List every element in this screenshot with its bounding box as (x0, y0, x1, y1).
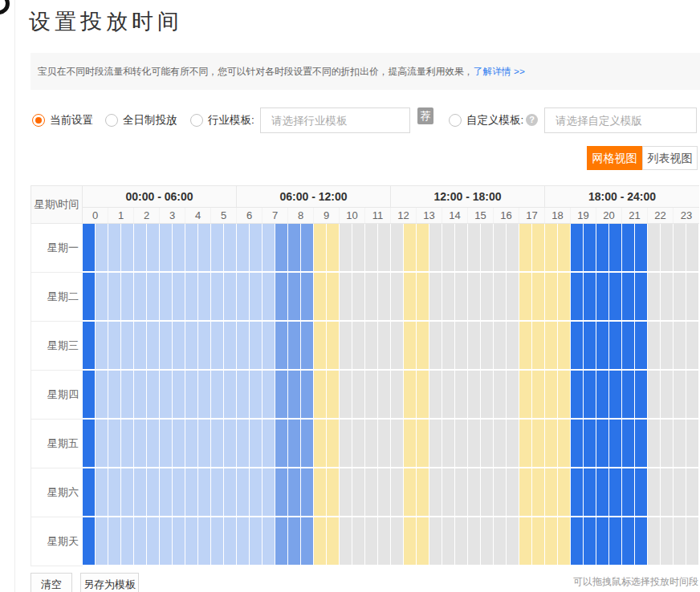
time-slot-cell[interactable] (224, 322, 237, 371)
time-slot-cell[interactable] (340, 468, 352, 517)
time-slot-cell[interactable] (661, 322, 674, 371)
time-slot-cell[interactable] (519, 468, 532, 517)
time-slot-cell[interactable] (352, 273, 365, 322)
time-slot-cell[interactable] (596, 322, 609, 371)
radio-icon-custom[interactable] (449, 114, 462, 127)
time-slot-cell[interactable] (635, 371, 648, 420)
time-slot-cell[interactable] (519, 420, 532, 468)
time-slot-cell[interactable] (134, 273, 147, 322)
time-slot-cell[interactable] (365, 273, 378, 322)
time-slot-cell[interactable] (250, 322, 262, 371)
time-slot-cell[interactable] (275, 322, 288, 371)
time-slot-cell[interactable] (571, 322, 584, 371)
time-slot-cell[interactable] (211, 371, 224, 420)
time-slot-cell[interactable] (417, 273, 429, 322)
time-slot-cell[interactable] (661, 420, 674, 468)
time-slot-cell[interactable] (198, 273, 211, 322)
time-slot-cell[interactable] (237, 468, 250, 517)
time-slot-cell[interactable] (558, 517, 571, 566)
time-slot-cell[interactable] (571, 371, 584, 420)
time-slot-cell[interactable] (519, 322, 532, 371)
time-slot-cell[interactable] (661, 224, 674, 273)
time-slot-cell[interactable] (622, 322, 635, 371)
time-slot-cell[interactable] (661, 371, 674, 420)
time-slot-cell[interactable] (211, 224, 224, 273)
time-slot-cell[interactable] (596, 420, 609, 468)
time-slot-cell[interactable] (481, 468, 494, 517)
time-slot-cell[interactable] (378, 371, 391, 420)
time-slot-cell[interactable] (494, 322, 507, 371)
time-slot-cell[interactable] (686, 224, 699, 273)
time-slot-cell[interactable] (365, 468, 378, 517)
time-slot-cell[interactable] (224, 468, 237, 517)
time-slot-cell[interactable] (391, 468, 404, 517)
save-as-template-button[interactable]: 另存为模板 (80, 573, 139, 592)
time-slot-cell[interactable] (378, 468, 391, 517)
time-slot-cell[interactable] (622, 224, 635, 273)
time-slot-cell[interactable] (198, 420, 211, 468)
time-slot-cell[interactable] (622, 468, 635, 517)
time-slot-cell[interactable] (519, 224, 532, 273)
time-slot-cell[interactable] (250, 371, 262, 420)
time-slot-cell[interactable] (121, 420, 134, 468)
time-slot-cell[interactable] (404, 322, 417, 371)
time-slot-cell[interactable] (481, 224, 494, 273)
radio-industry-template[interactable]: 行业模板: (190, 107, 254, 133)
time-slot-cell[interactable] (494, 468, 507, 517)
time-slot-cell[interactable] (648, 371, 661, 420)
time-slot-cell[interactable] (648, 517, 661, 566)
time-slot-cell[interactable] (224, 371, 237, 420)
time-slot-cell[interactable] (250, 224, 262, 273)
time-slot-cell[interactable] (160, 420, 173, 468)
time-slot-cell[interactable] (301, 273, 314, 322)
time-slot-cell[interactable] (507, 517, 519, 566)
time-slot-cell[interactable] (455, 468, 468, 517)
time-slot-cell[interactable] (558, 371, 571, 420)
time-slot-cell[interactable] (365, 322, 378, 371)
time-slot-cell[interactable] (327, 322, 340, 371)
time-slot-cell[interactable] (314, 224, 327, 273)
radio-full-day[interactable]: 全日制投放 (105, 107, 177, 133)
time-slot-cell[interactable] (596, 273, 609, 322)
time-slot-cell[interactable] (198, 371, 211, 420)
time-slot-cell[interactable] (185, 273, 198, 322)
time-slot-cell[interactable] (365, 224, 378, 273)
time-slot-cell[interactable] (211, 420, 224, 468)
time-slot-cell[interactable] (147, 371, 160, 420)
time-slot-cell[interactable] (442, 273, 455, 322)
time-slot-cell[interactable] (108, 322, 121, 371)
time-slot-cell[interactable] (455, 322, 468, 371)
time-slot-cell[interactable] (584, 322, 596, 371)
time-slot-cell[interactable] (262, 224, 275, 273)
time-slot-cell[interactable] (147, 322, 160, 371)
time-slot-cell[interactable] (352, 517, 365, 566)
time-slot-cell[interactable] (275, 273, 288, 322)
time-slot-cell[interactable] (442, 517, 455, 566)
time-slot-cell[interactable] (288, 273, 301, 322)
time-slot-cell[interactable] (481, 322, 494, 371)
time-slot-cell[interactable] (121, 224, 134, 273)
time-slot-cell[interactable] (442, 371, 455, 420)
time-slot-cell[interactable] (545, 468, 558, 517)
time-slot-cell[interactable] (108, 371, 121, 420)
time-slot-cell[interactable] (571, 224, 584, 273)
time-slot-cell[interactable] (147, 224, 160, 273)
time-slot-cell[interactable] (417, 468, 429, 517)
time-slot-cell[interactable] (83, 371, 96, 420)
time-slot-cell[interactable] (519, 371, 532, 420)
time-slot-cell[interactable] (275, 517, 288, 566)
time-slot-cell[interactable] (378, 322, 391, 371)
time-slot-cell[interactable] (134, 322, 147, 371)
time-slot-cell[interactable] (352, 224, 365, 273)
time-slot-cell[interactable] (108, 517, 121, 566)
time-slot-cell[interactable] (327, 468, 340, 517)
time-slot-cell[interactable] (455, 273, 468, 322)
time-slot-cell[interactable] (185, 517, 198, 566)
time-slot-cell[interactable] (442, 224, 455, 273)
time-slot-cell[interactable] (173, 322, 185, 371)
time-slot-cell[interactable] (584, 273, 596, 322)
time-slot-cell[interactable] (481, 273, 494, 322)
time-slot-cell[interactable] (468, 420, 481, 468)
time-slot-cell[interactable] (237, 371, 250, 420)
time-slot-cell[interactable] (532, 420, 545, 468)
